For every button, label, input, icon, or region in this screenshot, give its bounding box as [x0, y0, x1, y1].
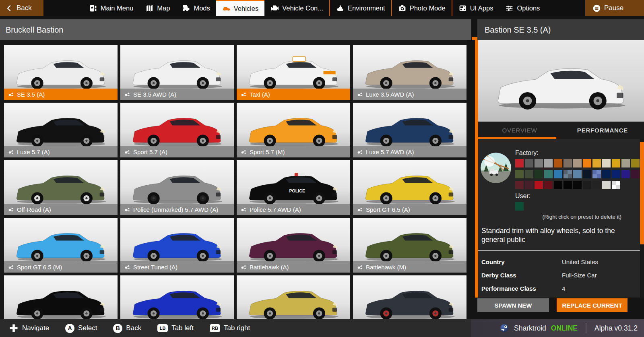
nav-items: Main MenuMapModsVehiclesVehicle Con...En…	[43, 0, 585, 16]
nav-item-vehicle-config[interactable]: Vehicle Con...	[264, 0, 329, 16]
vehicle-card-battlehawk-a[interactable]: Battlehawk (A)	[237, 218, 350, 273]
color-swatch[interactable]	[583, 181, 591, 189]
nav-item-mods[interactable]: Mods	[176, 0, 216, 16]
vehicle-card-se-3-5-a[interactable]: SE 3.5 (A)	[4, 45, 118, 100]
color-swatch[interactable]	[592, 181, 601, 189]
color-swatch[interactable]	[515, 202, 524, 211]
pause-button[interactable]: Pause	[585, 0, 644, 16]
color-swatch[interactable]	[621, 159, 630, 167]
vehicle-card-police-unmarked-5-7-awd-a[interactable]: Police (Unmarked) 5.7 AWD (A)	[120, 160, 234, 215]
vehicle-card-sport-gt-6-5-a[interactable]: Sport GT 6.5 (A)	[353, 160, 466, 215]
vehicle-card-sport-5-7-m[interactable]: Sport 5.7 (M)	[237, 103, 350, 157]
nav-item-photo-mode[interactable]: Photo Mode	[391, 0, 452, 16]
color-swatch[interactable]	[525, 159, 533, 167]
back-button[interactable]: Back	[0, 0, 43, 16]
vehicle-card-street-tuned-a[interactable]: Street Tuned (A)	[120, 218, 234, 273]
nav-item-label: UI Apps	[470, 4, 493, 12]
hint-navigate: Navigate	[9, 323, 49, 333]
selected-vehicle-title: Bastion SE 3.5 (A)	[485, 25, 551, 35]
vehicle-card-luxe-5-7-a[interactable]: Luxe 5.7 (A)	[4, 103, 118, 157]
spawn-new-button[interactable]: SPAWN NEW	[477, 298, 549, 312]
color-swatch[interactable]	[621, 170, 630, 178]
color-swatch[interactable]	[583, 170, 591, 178]
color-swatch[interactable]	[592, 159, 601, 167]
nav-item-environment[interactable]: Environment	[329, 0, 391, 16]
tab-overview[interactable]: OVERVIEW	[478, 122, 561, 139]
color-swatch[interactable]	[612, 170, 620, 178]
nav-item-ui-apps[interactable]: UI Apps	[452, 0, 500, 16]
color-swatch[interactable]	[583, 159, 591, 167]
vehicle-card-label-bar: Battlehawk (A)	[237, 261, 350, 273]
spec-label: Country	[481, 258, 562, 265]
vehicle-card-label-bar: Luxe 5.7 AWD (A)	[353, 146, 466, 157]
scrollbar-thumb[interactable]	[640, 142, 644, 244]
vehicle-card-label: Police (Unmarked) 5.7 AWD (A)	[133, 206, 218, 213]
vehicle-card-label: Sport GT 6.5 (M)	[17, 264, 62, 271]
factory-colors-section: Factory:	[481, 149, 640, 192]
color-swatch[interactable]	[564, 159, 572, 167]
color-swatch[interactable]	[515, 181, 524, 189]
color-swatch[interactable]	[515, 170, 524, 178]
color-swatch[interactable]	[554, 159, 562, 167]
vehicle-card-battlehawk-m[interactable]: Battlehawk (M)	[353, 218, 466, 273]
vehicle-card-police-5-7-awd-a[interactable]: POLICEPolice 5.7 AWD (A)	[237, 160, 350, 215]
rb-button-icon: RB	[210, 324, 220, 332]
nav-item-options[interactable]: Options	[499, 0, 546, 16]
nav-item-vehicles[interactable]: Vehicles	[216, 0, 264, 16]
color-swatch[interactable]	[573, 181, 582, 189]
color-swatch[interactable]	[592, 170, 601, 178]
color-swatch[interactable]	[631, 159, 640, 167]
vehicle-grid: SE 3.5 (A)SE 3.5 AWD (A)Taxi (A)Luxe 3.5…	[0, 40, 467, 319]
vehicle-card-partial[interactable]	[4, 275, 118, 319]
vehicle-card-partial[interactable]	[120, 275, 234, 319]
color-swatch[interactable]	[525, 170, 533, 178]
hint-label: Tab left	[171, 324, 194, 332]
vehicle-card-se-3-5-awd-a[interactable]: SE 3.5 AWD (A)	[120, 45, 234, 100]
color-swatch[interactable]	[564, 181, 572, 189]
hint-label: Navigate	[22, 324, 49, 332]
color-swatch[interactable]	[535, 159, 543, 167]
vehicle-card-taxi-a[interactable]: Taxi (A)	[237, 45, 350, 100]
color-swatch[interactable]	[535, 181, 543, 189]
color-swatch[interactable]	[554, 181, 562, 189]
color-swatch[interactable]	[612, 181, 620, 189]
page-title: Bruckell Bastion	[6, 25, 63, 35]
controller-hints: NavigateASelectBBackLBTab leftRBTab righ…	[0, 323, 250, 333]
scrollbar-track[interactable]	[640, 139, 644, 298]
color-swatch[interactable]	[544, 159, 553, 167]
vehicle-card-partial[interactable]	[353, 275, 466, 319]
color-swatch[interactable]	[564, 170, 572, 178]
vehicle-card-partial[interactable]	[237, 275, 350, 319]
vehicle-card-sport-gt-6-5-m[interactable]: Sport GT 6.5 (M)	[4, 218, 118, 273]
nav-item-main-menu[interactable]: Main Menu	[83, 0, 140, 16]
vehicle-card-label: Luxe 5.7 (A)	[17, 149, 50, 155]
color-swatch[interactable]	[525, 181, 533, 189]
color-swatch[interactable]	[573, 170, 582, 178]
vehicle-card-label: Luxe 3.5 AWD (A)	[366, 91, 414, 98]
vehicle-card-sport-5-7-a[interactable]: Sport 5.7 (A)	[120, 103, 234, 157]
nav-item-map[interactable]: Map	[139, 0, 176, 16]
vehicle-card-luxe-5-7-awd-a[interactable]: Luxe 5.7 AWD (A)	[353, 103, 466, 157]
color-swatch[interactable]	[573, 159, 582, 167]
vehicle-card-label-bar: Off-Road (A)	[4, 204, 118, 215]
color-swatch[interactable]	[544, 170, 553, 178]
replace-current-button[interactable]: REPLACE CURRENT	[557, 298, 627, 312]
preset-hint: (Right click on preset to delete it)	[478, 214, 621, 220]
color-swatch[interactable]	[602, 159, 611, 167]
color-swatch[interactable]	[554, 170, 562, 178]
color-swatch[interactable]	[544, 181, 553, 189]
vehicle-preview	[478, 40, 644, 122]
color-swatch[interactable]	[602, 181, 611, 189]
color-swatch[interactable]	[602, 170, 611, 178]
color-swatch[interactable]	[515, 159, 524, 167]
vehicle-card-off-road-a[interactable]: Off-Road (A)	[4, 160, 118, 215]
color-swatch[interactable]	[535, 170, 543, 178]
vehicle-card-label-bar: Sport 5.7 (M)	[237, 146, 350, 157]
mods-icon	[182, 4, 190, 12]
tab-performance[interactable]: PERFORMANCE	[561, 122, 644, 139]
color-swatch[interactable]	[631, 170, 640, 178]
color-swatch[interactable]	[612, 159, 620, 167]
specs-table: CountryUnited StatesDerby ClassFull-Size…	[481, 255, 640, 298]
map-icon	[145, 4, 154, 12]
vehicle-card-luxe-3-5-awd-a[interactable]: Luxe 3.5 AWD (A)	[353, 45, 466, 100]
